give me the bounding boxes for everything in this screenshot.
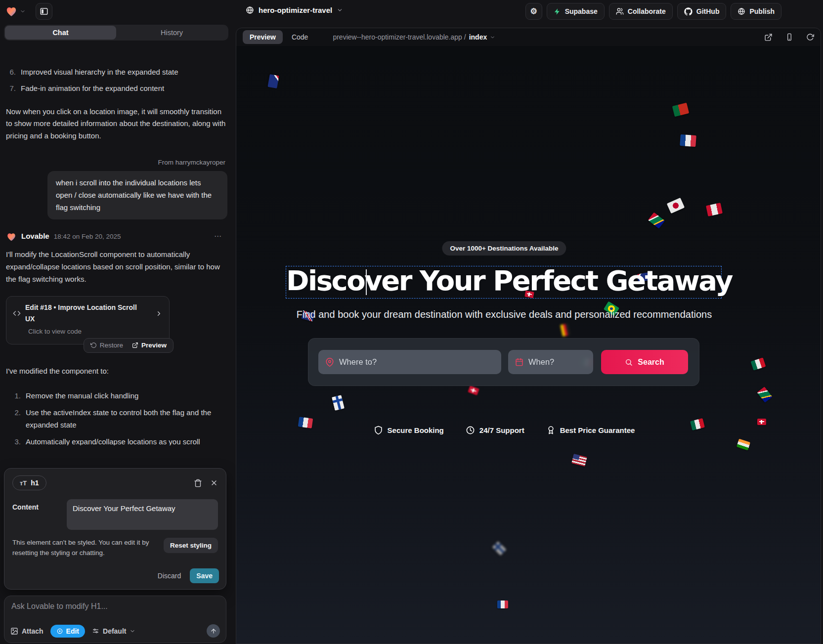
refresh-icon[interactable]	[806, 33, 814, 41]
chat-messages: 6. Improved visual hierarchy in the expa…	[6, 66, 227, 445]
search-widget: Search	[308, 338, 699, 386]
chevron-right-icon	[155, 310, 163, 317]
send-button[interactable]	[207, 624, 220, 638]
chevron-down-icon[interactable]	[20, 8, 26, 14]
mode-selector[interactable]: Default	[92, 627, 135, 635]
publish-button[interactable]: Publish	[731, 3, 781, 20]
mobile-view-icon[interactable]	[785, 33, 793, 41]
list-text: Improved visual hierarchy in the expande…	[21, 66, 178, 79]
tab-history[interactable]: History	[116, 26, 227, 40]
attach-button[interactable]: Attach	[10, 627, 43, 635]
edit-code-card[interactable]: Edit #18 • Improve Location Scroll UX Cl…	[6, 296, 170, 344]
list-number: 6.	[6, 66, 16, 79]
preview-button[interactable]: Preview	[128, 340, 171, 351]
shield-icon	[374, 426, 383, 435]
list-item: 7. Fade-in animation for the expanded co…	[6, 83, 227, 95]
feature-badges: Secure Booking 24/7 Support Best Price G…	[236, 426, 772, 435]
github-button[interactable]: GitHub	[677, 3, 727, 20]
list-item: 1. Remove the manual click handling	[11, 390, 227, 402]
globe-icon	[737, 7, 745, 15]
edit-mode-label: Edit	[66, 627, 79, 635]
save-button[interactable]: Save	[190, 568, 219, 583]
sidebar-toggle-button[interactable]	[36, 3, 52, 20]
trash-icon[interactable]	[194, 479, 202, 487]
list-text: Remove the manual click handling	[26, 390, 138, 402]
globe-icon	[246, 6, 254, 14]
date-input-wrap	[508, 350, 593, 374]
feature-label: 24/7 Support	[479, 426, 524, 434]
list-number: 2.	[11, 407, 21, 431]
tab-chat[interactable]: Chat	[5, 26, 116, 40]
restore-label: Restore	[100, 340, 123, 351]
preview-url[interactable]: preview--hero-optimizer-travel.lovable.a…	[333, 33, 495, 41]
clock-icon	[466, 426, 475, 435]
selected-element-tag[interactable]: тT h1	[12, 475, 46, 490]
discard-button[interactable]: Discard	[158, 572, 181, 580]
chat-list-main: 1. Remove the manual click handling 2. U…	[11, 390, 227, 445]
element-editor-panel: тT h1 Content Discover Your Perfect Geta…	[4, 468, 226, 590]
lovable-heart-icon	[6, 231, 17, 242]
restore-button[interactable]: Restore	[86, 340, 128, 351]
type-icon: тT	[20, 479, 27, 487]
tab-code[interactable]: Code	[290, 30, 310, 44]
users-icon	[616, 7, 624, 15]
tab-preview[interactable]: Preview	[243, 30, 283, 44]
assistant-paragraph: I've modified the component to:	[6, 365, 227, 378]
list-number: 7.	[6, 83, 16, 95]
supabase-bolt-icon	[554, 8, 561, 15]
award-icon	[546, 426, 556, 435]
h1-selection-box[interactable]: Discover Your Perfect Getaway	[286, 266, 721, 298]
url-text: preview--hero-optimizer-travel.lovable.a…	[333, 33, 466, 41]
hero-subtitle: Find and book your dream destination wit…	[236, 309, 772, 320]
message-timestamp: 18:42 on Feb 20, 2025	[54, 231, 121, 242]
date-input[interactable]	[528, 357, 586, 367]
list-item: 3. Automatically expand/collapse locatio…	[11, 436, 227, 445]
search-icon	[625, 358, 633, 366]
supabase-label: Supabase	[565, 7, 598, 15]
open-external-icon[interactable]	[764, 33, 773, 42]
message-author-label: From harrymckayroper	[6, 157, 227, 168]
sliders-icon	[92, 627, 99, 635]
github-icon	[684, 7, 693, 16]
content-label: Content	[12, 499, 60, 530]
gear-icon: ⚙	[530, 7, 537, 15]
hero-section: Over 1000+ Destinations Available Discov…	[236, 46, 772, 644]
settings-button[interactable]: ⚙	[525, 3, 542, 20]
styling-note: This element can't be styled. You can ed…	[12, 538, 158, 558]
hero-title[interactable]: Discover Your Perfect Getaway	[286, 264, 721, 297]
chat-input-field[interactable]	[11, 602, 219, 611]
assistant-paragraph: Now when you click on a location image, …	[6, 106, 227, 142]
close-icon[interactable]	[210, 479, 218, 487]
url-page: index	[469, 33, 487, 41]
collaborate-button[interactable]: Collaborate	[609, 3, 673, 20]
attach-label: Attach	[22, 627, 43, 635]
restore-icon	[90, 342, 97, 348]
user-message-bubble: when i scroll into the individual locati…	[47, 171, 227, 219]
search-button[interactable]: Search	[601, 350, 688, 374]
destination-input[interactable]	[339, 357, 494, 367]
feature-support: 24/7 Support	[466, 426, 524, 435]
content-textarea[interactable]: Discover Your Perfect Getaway	[67, 499, 218, 530]
list-text: Use the activeIndex state to control bot…	[26, 407, 223, 431]
assistant-paragraph: I'll modify the LocationScroll component…	[6, 249, 227, 285]
target-icon	[56, 628, 63, 635]
list-item: 6. Improved visual hierarchy in the expa…	[6, 66, 227, 79]
chat-sidebar: Chat History 6. Improved visual hierarch…	[0, 23, 232, 644]
list-number: 3.	[11, 436, 21, 445]
supabase-button[interactable]: Supabase	[547, 3, 605, 20]
top-bar: hero-optimizer-travel ⚙ Supabase Collabo…	[0, 0, 823, 23]
lovable-logo-icon[interactable]	[5, 5, 18, 18]
project-selector[interactable]: hero-optimizer-travel	[246, 6, 343, 14]
more-options-icon[interactable]: ⋯	[214, 230, 227, 243]
feature-label: Best Price Guarantee	[560, 426, 635, 434]
edit-mode-button[interactable]: Edit	[50, 625, 85, 638]
reset-styling-button[interactable]: Reset styling	[164, 538, 218, 553]
preview-viewport: Over 1000+ Destinations Available Discov…	[236, 46, 821, 644]
assistant-header: Lovable 18:42 on Feb 20, 2025 ⋯	[6, 230, 227, 243]
card-action-bar: Restore Preview	[84, 338, 173, 353]
project-name: hero-optimizer-travel	[259, 6, 332, 14]
list-item: 2. Use the activeIndex state to control …	[11, 407, 227, 431]
feature-secure-booking: Secure Booking	[374, 426, 444, 435]
preview-label: Preview	[141, 340, 167, 351]
code-icon	[13, 309, 21, 317]
